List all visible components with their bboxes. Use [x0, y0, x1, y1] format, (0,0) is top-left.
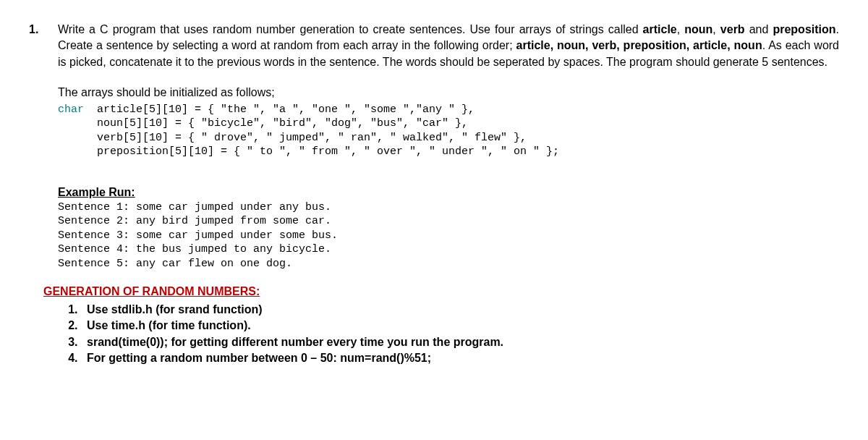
generation-section: GENERATION OF RANDOM NUMBERS: Use stdlib…	[43, 284, 839, 366]
generation-item: Use stdlib.h (for srand function)	[81, 302, 839, 318]
generation-item: For getting a random number between 0 – …	[81, 350, 839, 366]
q-bold-noun: noun	[684, 23, 712, 35]
q-bold-preposition: preposition	[773, 23, 835, 35]
code-line-4: preposition[5][10] = { " to ", " from ",…	[58, 145, 559, 158]
question-row: 1. Write a C program that uses random nu…	[29, 22, 839, 70]
keyword-char: char	[58, 103, 84, 116]
code-line-2: noun[5][10] = { "bicycle", "bird", "dog"…	[58, 117, 468, 130]
example-section: Example Run: Sentence 1: some car jumped…	[58, 185, 839, 271]
arrays-section: The arrays should be initialized as foll…	[58, 85, 839, 158]
example-output: Sentence 1: some car jumped under any bu…	[58, 200, 839, 271]
arrays-title: The arrays should be initialized as foll…	[58, 85, 839, 101]
question-number: 1.	[29, 22, 45, 70]
question-text: Write a C program that uses random numbe…	[58, 22, 839, 70]
example-line: Sentence 3: some car jumped under some b…	[58, 229, 839, 243]
code-line-3: verb[5][10] = { " drove", " jumped", " r…	[58, 132, 527, 144]
generation-title: GENERATION OF RANDOM NUMBERS:	[43, 284, 839, 300]
generation-item: Use time.h (for time function).	[81, 318, 839, 334]
q-text-d: and	[745, 23, 773, 35]
example-title: Example Run:	[58, 185, 839, 200]
example-line: Sentence 2: any bird jumped from some ca…	[58, 214, 839, 229]
q-text-b: ,	[677, 23, 685, 35]
code-line-1: article[5][10] = { "the ", "a ", "one ",…	[84, 103, 475, 116]
q-text-a: Write a C program that uses random numbe…	[58, 23, 643, 35]
code-block: char article[5][10] = { "the ", "a ", "o…	[58, 103, 839, 159]
q-bold-order: article, noun, verb, preposition, articl…	[516, 39, 762, 51]
q-text-c: ,	[712, 23, 720, 35]
example-line: Sentence 5: any car flew on one dog.	[58, 257, 839, 271]
q-bold-verb: verb	[720, 23, 745, 35]
generation-list: Use stdlib.h (for srand function) Use ti…	[81, 302, 839, 367]
example-line: Sentence 1: some car jumped under any bu…	[58, 200, 839, 215]
example-line: Sentence 4: the bus jumped to any bicycl…	[58, 242, 839, 257]
q-bold-article: article	[643, 23, 677, 35]
generation-item: srand(time(0)); for getting different nu…	[81, 334, 839, 350]
